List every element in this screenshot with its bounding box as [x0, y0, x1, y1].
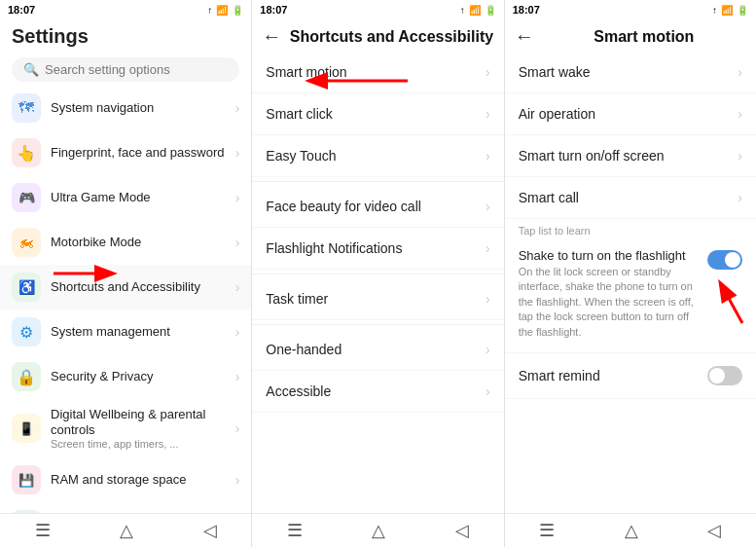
smart-call-item[interactable]: Smart call › [505, 177, 756, 219]
shortcuts-title: Shortcuts and Accessibility [289, 28, 493, 46]
search-bar[interactable]: 🔍 [12, 57, 239, 82]
setting-text: System navigation [51, 100, 235, 116]
flashlight-label: Flashlight Notifications [266, 240, 486, 256]
chevron-icon: › [486, 64, 490, 80]
toggle-shake-container [707, 250, 742, 270]
chevron-icon: › [486, 291, 490, 307]
list-item[interactable]: 📱 Digital Wellbeing & parental controls … [0, 399, 251, 457]
easy-touch-item[interactable]: Easy Touch › [252, 135, 503, 177]
chevron-icon: › [486, 106, 490, 122]
task-timer-label: Task timer [266, 291, 486, 307]
list-item[interactable]: 🔒 Security & Privacy › [0, 354, 251, 399]
chevron-icon: › [738, 148, 742, 164]
menu-icon[interactable]: ☰ [35, 520, 51, 541]
smart-motion-label: Smart motion [266, 64, 486, 80]
setting-text: Digital Wellbeing & parental controls Sc… [51, 407, 235, 450]
list-item[interactable]: 💾 RAM and storage space › [0, 457, 251, 502]
menu-icon-3[interactable]: ☰ [539, 520, 555, 541]
chevron-icon: › [235, 100, 240, 116]
toggle-knob [725, 252, 740, 268]
smart-click-item[interactable]: Smart click › [252, 93, 503, 135]
chevron-icon: › [486, 240, 490, 256]
shortcuts-item[interactable]: ♿ Shortcuts and Accessibility › [0, 265, 251, 310]
setting-text: Motorbike Mode [51, 235, 235, 250]
settings-panel: 18:07 ↑ 📶 🔋 Settings 🔍 🗺 System navigati… [0, 0, 252, 547]
search-input[interactable] [45, 62, 228, 77]
menu-icon-2[interactable]: ☰ [287, 520, 303, 541]
flashlight-item[interactable]: Flashlight Notifications › [252, 228, 503, 270]
back-icon-3[interactable]: ◁ [707, 520, 721, 541]
moto-icon: 🏍 [12, 228, 41, 257]
list-item[interactable]: 🗺 System navigation › [0, 86, 251, 130]
list-item[interactable]: ⚙ System management › [0, 310, 251, 354]
setting-sublabel: Screen time, app timers, ... [51, 438, 235, 450]
smart-motion-title: Smart motion [542, 28, 746, 46]
shake-item[interactable]: Shake to turn on the flashlight On the l… [505, 238, 756, 353]
home-icon-3[interactable]: △ [625, 520, 638, 541]
back-arrow-3[interactable]: ← [515, 25, 534, 48]
smart-remind-label: Smart remind [519, 368, 707, 383]
list-item[interactable]: 👆 Fingerprint, face and password › [0, 130, 251, 175]
status-icons-3: ↑ 📶 🔋 [712, 5, 748, 16]
back-arrow-2[interactable]: ← [262, 25, 281, 48]
setting-label: System navigation [51, 100, 235, 116]
setting-text: Ultra Game Mode [51, 190, 235, 205]
list-item[interactable]: 🎮 Ultra Game Mode › [0, 175, 251, 220]
divider [252, 181, 503, 182]
home-icon-2[interactable]: △ [372, 520, 385, 541]
chevron-icon: › [486, 148, 490, 164]
one-handed-item[interactable]: One-handed › [252, 329, 503, 371]
toggle-knob-off [709, 368, 725, 383]
smart-click-label: Smart click [266, 106, 486, 122]
chevron-icon: › [235, 369, 240, 384]
battery-icon-2: 🔋 [485, 5, 496, 16]
back-icon[interactable]: ◁ [203, 520, 217, 541]
smart-remind-item[interactable]: Smart remind [505, 353, 756, 399]
settings-header: Settings [0, 19, 251, 52]
chevron-icon: › [486, 199, 490, 214]
battery-icon-3: 🔋 [737, 5, 748, 16]
shake-toggle[interactable] [707, 250, 742, 270]
wifi-icon: 📶 [216, 5, 228, 16]
wifi-icon-3: 📶 [721, 5, 733, 16]
task-timer-item[interactable]: Task timer › [252, 278, 503, 320]
time-2: 18:07 [260, 4, 287, 16]
ram-icon: 💾 [12, 465, 41, 494]
list-item[interactable]: 🔋 Battery › [0, 502, 251, 513]
smart-wake-label: Smart wake [519, 64, 738, 80]
setting-label: Motorbike Mode [51, 235, 235, 250]
setting-label: Shortcuts and Accessibility [51, 279, 235, 295]
nav-bar-3: ☰ △ ◁ [505, 513, 756, 547]
smart-motion-menu: Smart wake › Air operation › Smart turn … [505, 52, 756, 513]
smart-wake-item[interactable]: Smart wake › [505, 52, 756, 93]
smart-screen-item[interactable]: Smart turn on/off screen › [505, 135, 756, 177]
upload-icon-3: ↑ [712, 5, 717, 16]
home-icon[interactable]: △ [120, 520, 133, 541]
status-bar-2: 18:07 ↑ 📶 🔋 [252, 0, 503, 19]
back-icon-2[interactable]: ◁ [455, 520, 469, 541]
smart-motion-item[interactable]: Smart motion › [252, 52, 503, 93]
face-beauty-item[interactable]: Face beauty for video call › [252, 186, 503, 228]
smart-motion-header: ← Smart motion [505, 19, 756, 52]
smart-call-label: Smart call [519, 190, 738, 205]
chevron-icon: › [738, 64, 742, 80]
setting-text: Security & Privacy [51, 369, 235, 384]
smart-remind-toggle[interactable] [707, 366, 742, 385]
status-icons-1: ↑ 📶 🔋 [207, 5, 243, 16]
setting-text: RAM and storage space [51, 472, 235, 488]
red-arrow-3 [703, 279, 752, 328]
upload-icon: ↑ [207, 5, 212, 16]
shortcuts-menu: Smart motion › Smart click › Easy Touch … [252, 52, 503, 513]
divider [252, 274, 503, 274]
status-icons-2: ↑ 📶 🔋 [460, 5, 496, 16]
shake-text-container: Shake to turn on the flashlight On the l… [519, 248, 707, 340]
one-handed-label: One-handed [266, 342, 486, 357]
shortcuts-panel: 18:07 ↑ 📶 🔋 ← Shortcuts and Accessibilit… [252, 0, 504, 547]
setting-label: RAM and storage space [51, 472, 235, 488]
accessible-item[interactable]: Accessible › [252, 371, 503, 413]
wifi-icon-2: 📶 [469, 5, 481, 16]
sec-icon: 🔒 [12, 362, 41, 391]
air-operation-item[interactable]: Air operation › [505, 93, 756, 135]
shortcut-icon: ♿ [12, 273, 41, 302]
list-item[interactable]: 🏍 Motorbike Mode › [0, 220, 251, 265]
